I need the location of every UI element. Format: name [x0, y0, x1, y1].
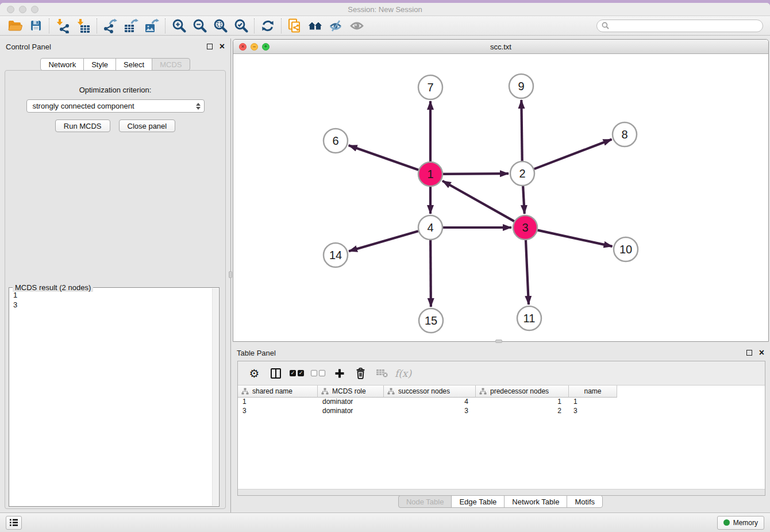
tab-select[interactable]: Select	[116, 58, 152, 71]
apply-layout-button[interactable]	[257, 17, 278, 34]
toolbar-separator	[165, 18, 165, 33]
graph-edge-2-3[interactable]	[523, 186, 525, 214]
export-network-button[interactable]	[100, 17, 121, 34]
graph-node-label: 3	[522, 221, 528, 234]
zoom-in-button[interactable]	[168, 17, 189, 34]
graph-edge-2-8[interactable]	[534, 140, 612, 169]
select-all-button[interactable]: ✓✓	[286, 364, 307, 383]
memory-button[interactable]: Memory	[717, 516, 764, 530]
float-panel-icon[interactable]	[207, 44, 213, 49]
delete-column-button[interactable]	[371, 364, 392, 383]
zoom-selected-button[interactable]	[230, 17, 251, 34]
list-icon	[9, 518, 18, 527]
import-table-button[interactable]	[73, 17, 94, 34]
import-network-button[interactable]	[52, 17, 73, 34]
network-window-titlebar[interactable]: × – + scc.txt	[233, 40, 768, 54]
table-row[interactable]: 1dominator411	[238, 398, 765, 407]
zoom-fit-button[interactable]	[210, 17, 230, 34]
task-history-button[interactable]	[6, 516, 22, 530]
criterion-select[interactable]: strongly connected component	[26, 99, 205, 113]
control-panel-title: Control Panel	[6, 43, 51, 51]
tab-edge-table[interactable]: Edge Table	[451, 495, 505, 508]
tab-mcds[interactable]: MCDS	[152, 58, 190, 71]
select-stepper-icon	[196, 103, 201, 110]
vertical-divider-handle[interactable]	[229, 271, 232, 278]
graph-node-label: 4	[427, 221, 433, 234]
tab-style[interactable]: Style	[83, 58, 116, 71]
open-folder-icon	[8, 20, 22, 32]
graph-edge-2-9[interactable]	[521, 100, 522, 161]
table-panel-title: Table Panel	[237, 349, 276, 357]
export-image-button[interactable]	[141, 17, 162, 34]
graph-node-label: 8	[621, 128, 627, 141]
main-toolbar	[0, 16, 770, 36]
float-table-panel-icon[interactable]	[746, 350, 752, 356]
column-header-predecessor-nodes[interactable]: predecessor nodes	[476, 385, 569, 398]
graph-node-label: 15	[425, 314, 437, 327]
fx-icon: f(x)	[395, 368, 411, 379]
tab-node-table[interactable]: Node Table	[398, 495, 452, 508]
table-row[interactable]: 3dominator323	[238, 407, 765, 416]
function-builder-button[interactable]: f(x)	[392, 364, 414, 383]
graph-edge-1-6[interactable]	[349, 145, 419, 170]
zoom-out-button[interactable]	[189, 17, 210, 34]
graph-edge-3-1[interactable]	[442, 181, 514, 221]
result-scrollbar[interactable]	[212, 288, 218, 506]
column-header-name[interactable]: name	[569, 385, 617, 398]
run-mcds-button[interactable]: Run MCDS	[55, 119, 110, 132]
graph-node-label: 9	[518, 80, 524, 92]
close-panel-icon[interactable]: ×	[220, 44, 225, 49]
home-icon	[307, 20, 324, 32]
new-network-from-selection-button[interactable]	[284, 17, 305, 34]
toolbar-separator	[49, 18, 49, 33]
graph-edge-3-10[interactable]	[537, 230, 612, 246]
import-network-icon	[55, 18, 70, 33]
show-panels-button[interactable]	[346, 17, 367, 34]
close-panel-button[interactable]: Close panel	[119, 119, 176, 132]
checked-boxes-icon: ✓✓	[290, 370, 304, 376]
search-field[interactable]	[596, 20, 763, 32]
tab-network-table[interactable]: Network Table	[504, 495, 567, 508]
table-cell: 3	[384, 407, 476, 416]
search-input[interactable]	[613, 22, 758, 30]
network-canvas[interactable]: 7968124314101511	[233, 55, 768, 341]
graph-edge-3-11[interactable]	[526, 240, 529, 304]
optimization-criterion-label: Optimization criterion:	[5, 86, 225, 94]
table-cell: 1	[569, 398, 617, 407]
refresh-icon	[261, 19, 275, 33]
table-cell: 2	[476, 407, 569, 416]
show-columns-button[interactable]	[265, 364, 286, 383]
graph-edge-4-14[interactable]	[349, 231, 418, 251]
home-button[interactable]	[305, 17, 326, 34]
search-icon	[602, 22, 609, 29]
column-header-shared-name[interactable]: shared name	[238, 385, 318, 398]
export-table-button[interactable]	[121, 17, 141, 34]
mcds-result-text[interactable]: 1 3	[10, 288, 211, 506]
table-panel-tabs: Node TableEdge TableNetwork TableMotifs	[231, 495, 770, 508]
close-table-panel-icon[interactable]: ×	[759, 350, 764, 356]
graph-node-label: 2	[519, 167, 525, 180]
column-header-MCDS-role[interactable]: MCDS role	[318, 385, 384, 398]
zoom-out-icon	[192, 18, 207, 33]
toolbar-separator	[254, 18, 255, 33]
horizontal-divider-handle[interactable]	[495, 340, 502, 343]
import-table-icon	[76, 18, 91, 33]
hide-panels-button[interactable]	[326, 17, 346, 34]
graph-edge-4-15[interactable]	[430, 240, 431, 307]
column-header-successor-nodes[interactable]: successor nodes	[384, 385, 476, 398]
titlebar: Session: New Session	[0, 3, 770, 16]
table-hscrollbar[interactable]	[238, 489, 765, 495]
deselect-all-button[interactable]	[307, 364, 329, 383]
tab-motifs[interactable]: Motifs	[567, 495, 603, 508]
table-settings-button[interactable]: ⚙	[244, 364, 265, 383]
tab-network[interactable]: Network	[40, 58, 84, 71]
control-panel-tabs: NetworkStyleSelectMCDS	[0, 58, 230, 71]
open-session-button[interactable]	[5, 17, 25, 34]
eye-slash-icon	[329, 20, 344, 32]
add-row-button[interactable]	[329, 364, 350, 383]
zoom-fit-icon	[213, 18, 228, 33]
delete-row-button[interactable]	[350, 364, 371, 383]
graph-edge-1-2[interactable]	[443, 174, 509, 174]
network-view-window: × – + scc.txt 7968124314101511	[233, 39, 769, 342]
save-session-button[interactable]	[25, 17, 46, 34]
